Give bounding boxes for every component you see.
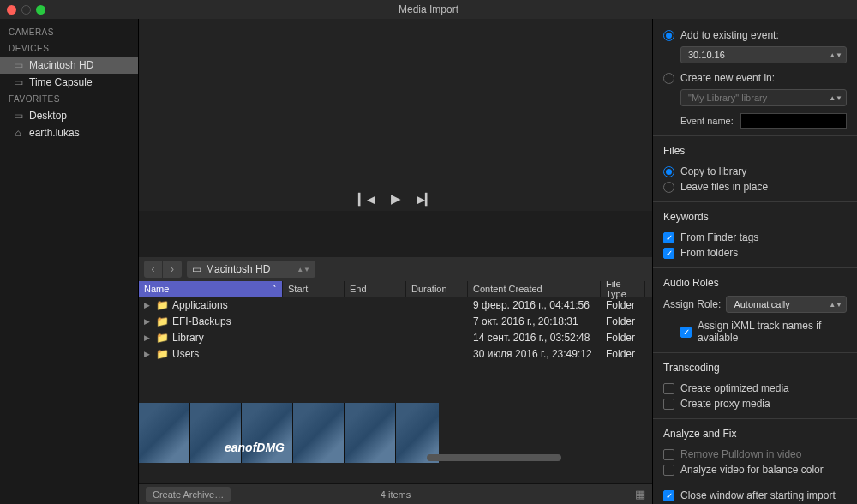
folder-icon: 📁 [156,315,169,327]
folder-icon: 📁 [156,332,169,344]
radio-copy-library[interactable]: Copy to library [663,164,847,179]
row-created: 14 сент. 2016 г., 03:52:48 [468,332,601,344]
radio-icon [663,166,674,177]
event-name-label: Event name: [680,116,734,126]
nav-forward-button[interactable]: › [163,261,182,278]
sidebar-item-time-capsule[interactable]: ▭ Time Capsule [0,74,138,91]
table-row[interactable]: ▶📁Users30 июля 2016 г., 23:49:12Folder [139,345,652,362]
sidebar-item-label: Time Capsule [29,76,93,88]
radio-icon [663,73,674,84]
sidebar-section-cameras: CAMERAS [0,24,138,40]
analyze-panel: Analyze and Fix Remove Pulldown in video… [653,419,857,504]
item-count: 4 items [381,489,411,500]
desktop-icon: ▭ [12,110,24,122]
view-toggle-button[interactable]: ▦ [635,488,645,501]
checkbox-icon: ✓ [663,490,674,501]
minimize-icon[interactable] [21,5,31,15]
audio-roles-panel: Audio Roles Assign Role: Automatically ▲… [653,268,857,353]
prev-button[interactable]: ▎◀ [358,193,375,206]
disclosure-triangle-icon[interactable]: ▶ [144,333,153,342]
horizontal-scrollbar[interactable] [281,454,647,463]
row-type: Folder [601,299,645,311]
divider [139,211,652,257]
radio-icon [663,30,674,41]
sidebar-section-favorites: FAVORITES [0,91,138,107]
check-pulldown[interactable]: Remove Pulldown in video [663,447,847,462]
col-end[interactable]: End [345,281,406,297]
table-row[interactable]: ▶📁EFI-Backups7 окт. 2016 г., 20:18:31Fol… [139,313,652,329]
col-name[interactable]: Name˄ [139,281,283,297]
disclosure-triangle-icon[interactable]: ▶ [144,350,153,358]
event-name-input[interactable] [740,113,847,129]
nav-back-button[interactable]: ‹ [144,261,163,278]
sidebar-item-label: Desktop [29,110,67,122]
event-panel: Add to existing event: 30.10.16 ▲▼ Creat… [653,19,857,136]
chevron-updown-icon: ▲▼ [829,51,842,59]
radio-add-existing[interactable]: Add to existing event: [663,27,847,43]
sidebar-item-macintosh-hd[interactable]: ▭ Macintosh HD [0,57,138,74]
sidebar-item-label: earth.lukas [29,127,80,139]
folder-icon: 📁 [156,299,169,311]
create-archive-button[interactable]: Create Archive… [146,487,231,502]
row-name: Library [172,332,204,344]
right-pane: Add to existing event: 30.10.16 ▲▼ Creat… [653,19,857,504]
col-duration[interactable]: Duration [406,281,468,297]
drive-icon: ▭ [192,263,201,275]
table-row[interactable]: ▶📁Applications9 февр. 2016 г., 04:41:56F… [139,297,652,313]
folder-icon: 📁 [156,348,169,360]
path-selector[interactable]: ▭ Macintosh HD ▲▼ [187,261,315,278]
thumbnail[interactable] [139,403,190,463]
table-row[interactable]: ▶📁Library14 сент. 2016 г., 03:52:48Folde… [139,329,652,345]
radio-create-new[interactable]: Create new event in: [663,70,847,86]
checkbox-icon: ✓ [663,232,674,243]
window-title: Media Import [399,3,458,15]
existing-event-select[interactable]: 30.10.16 ▲▼ [680,46,847,63]
file-table: Name˄ Start End Duration Content Created… [139,281,652,483]
row-created: 9 февр. 2016 г., 04:41:56 [468,299,601,311]
next-button[interactable]: ▶▎ [417,193,434,206]
disclosure-triangle-icon[interactable]: ▶ [144,317,153,326]
row-name: EFI-Backups [172,315,231,327]
check-balance-color[interactable]: Analyze video for balance color [663,462,847,477]
row-type: Folder [601,348,645,360]
disclosure-triangle-icon[interactable]: ▶ [144,301,153,309]
drive-icon: ▭ [12,59,24,71]
checkbox-icon: ✓ [663,248,674,259]
sidebar-item-desktop[interactable]: ▭ Desktop [0,107,138,124]
check-optimized[interactable]: Create optimized media [663,381,847,396]
check-close-after[interactable]: ✓ Close window after starting import [663,488,847,503]
check-proxy[interactable]: Create proxy media [663,396,847,411]
assign-role-select[interactable]: Automatically ▲▼ [726,296,847,313]
checkbox-icon [663,383,674,394]
check-finder-tags[interactable]: ✓ From Finder tags [663,230,847,245]
row-name: Users [172,348,199,360]
keywords-panel: Keywords ✓ From Finder tags ✓ From folde… [653,202,857,268]
thumbnail[interactable] [190,403,242,463]
home-icon: ⌂ [12,127,24,139]
new-event-library-select[interactable]: "My Library" library ▲▼ [680,89,847,106]
table-body: ▶📁Applications9 февр. 2016 г., 04:41:56F… [139,297,652,362]
col-start[interactable]: Start [283,281,345,297]
browser-toolbar: ‹ › ▭ Macintosh HD ▲▼ [139,257,652,281]
sidebar-item-home[interactable]: ⌂ earth.lukas [0,124,138,141]
titlebar: Media Import [0,0,857,19]
player-controls: ▎◀ ▶ ▶▎ [139,187,652,211]
sidebar: CAMERAS DEVICES ▭ Macintosh HD ▭ Time Ca… [0,19,139,504]
center-pane: ▎◀ ▶ ▶▎ ‹ › ▭ Macintosh HD ▲▼ Name˄ Star… [139,19,653,504]
close-icon[interactable] [7,5,16,15]
play-button[interactable]: ▶ [391,191,401,207]
col-type[interactable]: File Type [601,281,645,297]
row-type: Folder [601,315,645,327]
col-created[interactable]: Content Created [468,281,601,297]
check-from-folders[interactable]: ✓ From folders [663,245,847,261]
chevron-updown-icon: ▲▼ [297,266,310,273]
radio-leave-in-place[interactable]: Leave files in place [663,179,847,195]
maximize-icon[interactable] [36,5,45,15]
check-ixml[interactable]: ✓ Assign iXML track names if available [680,318,847,345]
checkbox-icon: ✓ [680,327,692,338]
row-created: 30 июля 2016 г., 23:49:12 [468,348,601,360]
chevron-updown-icon: ▲▼ [829,94,842,102]
path-label: Macintosh HD [206,263,270,275]
checkbox-icon [663,449,674,460]
chevron-updown-icon: ▲▼ [829,301,842,309]
